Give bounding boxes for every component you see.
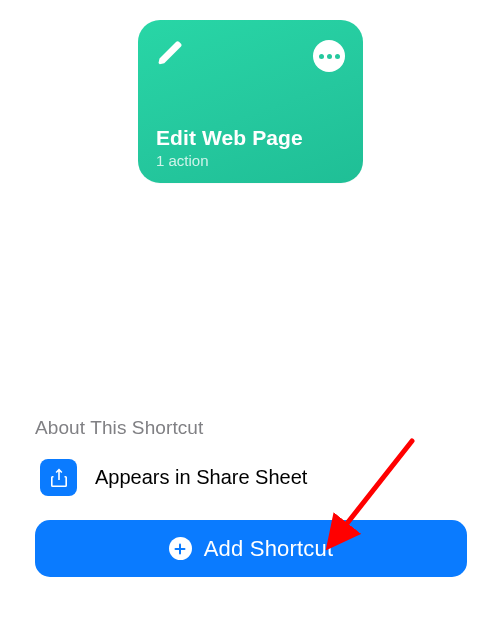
share-sheet-label: Appears in Share Sheet — [95, 466, 307, 489]
share-icon — [40, 459, 77, 496]
add-shortcut-button[interactable]: Add Shortcut — [35, 520, 467, 577]
about-heading: About This Shortcut — [35, 417, 465, 439]
more-icon[interactable] — [313, 40, 345, 72]
pencil-icon — [156, 38, 186, 68]
share-sheet-row[interactable]: Appears in Share Sheet — [35, 459, 465, 496]
shortcut-detail-screen: Edit Web Page 1 action About This Shortc… — [0, 0, 500, 637]
shortcut-title: Edit Web Page — [156, 126, 345, 150]
svg-rect-1 — [175, 548, 186, 550]
shortcut-subtitle: 1 action — [156, 152, 345, 169]
add-shortcut-label: Add Shortcut — [204, 536, 334, 562]
plus-circle-icon — [169, 537, 192, 560]
tile-header-row — [156, 38, 345, 72]
shortcut-tile[interactable]: Edit Web Page 1 action — [138, 20, 363, 183]
about-section: About This Shortcut Appears in Share She… — [35, 417, 465, 496]
